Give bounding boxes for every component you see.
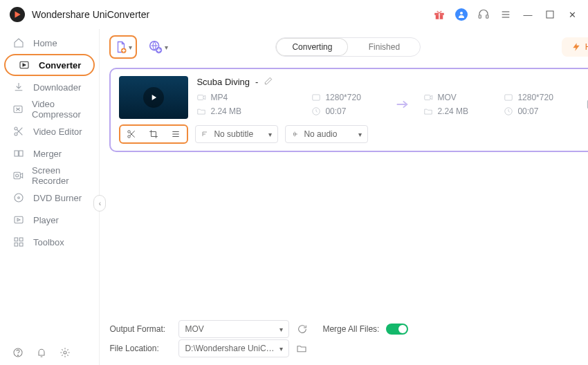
- sidebar-item-downloader[interactable]: Downloader: [0, 76, 99, 98]
- help-icon[interactable]: [12, 347, 24, 358]
- svg-rect-24: [19, 243, 23, 246]
- sidebar-item-label: Merger: [33, 149, 62, 159]
- chevron-down-icon: ▾: [165, 44, 168, 51]
- merge-label: Merge All Files:: [322, 324, 379, 334]
- src-format: MP4: [210, 93, 228, 102]
- chevron-down-icon: ▾: [268, 131, 272, 138]
- svg-rect-20: [15, 216, 23, 223]
- high-speed-button[interactable]: High Speed Conversion: [562, 37, 588, 57]
- chevron-down-icon: ▾: [129, 44, 132, 51]
- svg-rect-9: [546, 11, 553, 18]
- minimize-button[interactable]: —: [522, 8, 534, 21]
- app-logo: [10, 7, 25, 22]
- compress-icon: [12, 103, 24, 115]
- sidebar-item-label: Video Editor: [33, 127, 82, 137]
- sidebar-item-dvd[interactable]: DVD Burner: [0, 187, 99, 209]
- sidebar-item-home[interactable]: Home: [0, 32, 99, 54]
- svg-rect-16: [14, 172, 20, 178]
- subtitle-value: No subtitle: [214, 129, 253, 139]
- sidebar-item-label: Screen Recorder: [32, 165, 86, 186]
- bell-icon[interactable]: [36, 347, 47, 358]
- tgt-format: MOV: [437, 93, 456, 102]
- svg-point-26: [17, 355, 18, 355]
- sidebar-item-compressor[interactable]: Video Compressor: [0, 98, 99, 120]
- add-file-button[interactable]: ▾: [109, 35, 137, 59]
- src-res: 1280*720: [325, 93, 360, 102]
- svg-point-12: [15, 127, 17, 130]
- arrow-right-icon: [392, 97, 412, 112]
- clock-icon: [504, 106, 513, 116]
- subtitle-icon: [201, 130, 210, 138]
- src-size: 2.24 MB: [210, 106, 241, 116]
- video-icon: [423, 93, 433, 102]
- src-dur: 00:07: [325, 106, 346, 116]
- chevron-down-icon: ▾: [279, 345, 283, 353]
- open-folder-icon[interactable]: [296, 343, 307, 354]
- svg-point-17: [16, 174, 19, 177]
- file-name: Scuba Diving: [196, 77, 250, 87]
- svg-point-13: [15, 133, 17, 135]
- sidebar-item-merger[interactable]: Merger: [0, 142, 99, 165]
- chevron-down-icon: ▾: [358, 131, 362, 138]
- edit-name-icon[interactable]: [264, 76, 275, 87]
- svg-point-18: [15, 194, 23, 202]
- svg-rect-23: [15, 243, 18, 246]
- sidebar-item-label: Player: [33, 215, 59, 225]
- svg-rect-15: [19, 151, 23, 156]
- account-avatar[interactable]: [455, 8, 468, 21]
- play-overlay-icon: [143, 87, 164, 108]
- refresh-icon[interactable]: [296, 323, 309, 335]
- app-title: Wondershare UniConverter: [32, 9, 149, 20]
- sidebar-collapse-handle[interactable]: ‹: [93, 195, 106, 212]
- effects-icon[interactable]: [169, 127, 183, 141]
- tgt-res: 1280*720: [517, 93, 553, 102]
- tgt-dur: 00:07: [517, 106, 538, 116]
- output-format-select[interactable]: MOV ▾: [178, 320, 289, 338]
- folder-icon: [196, 106, 206, 116]
- sidebar-item-converter[interactable]: Converter: [4, 54, 95, 76]
- svg-rect-31: [198, 95, 203, 100]
- sidebar-item-toolbox[interactable]: Toolbox: [0, 231, 99, 253]
- sidebar-item-recorder[interactable]: Screen Recorder: [0, 165, 99, 187]
- file-location-label: File Location:: [109, 344, 172, 353]
- sidebar-item-player[interactable]: Player: [0, 209, 99, 231]
- resolution-icon: [311, 93, 321, 102]
- close-button[interactable]: ✕: [566, 8, 578, 21]
- trim-icon[interactable]: [125, 127, 138, 141]
- crop-icon[interactable]: [147, 127, 160, 141]
- output-settings-icon[interactable]: [584, 95, 588, 113]
- hamburger-icon[interactable]: [499, 8, 512, 21]
- headset-icon[interactable]: [477, 8, 490, 21]
- video-thumbnail[interactable]: [119, 76, 188, 119]
- add-url-button[interactable]: ▾: [144, 35, 172, 59]
- tab-finished[interactable]: Finished: [348, 38, 420, 56]
- file-location-value: D:\Wondershare UniConverter: [185, 344, 275, 353]
- file-name-dash: -: [255, 77, 258, 87]
- output-format-label: Output Format:: [109, 324, 172, 334]
- svg-point-19: [18, 197, 20, 199]
- converter-icon: [18, 59, 30, 71]
- bolt-icon: [571, 42, 581, 52]
- file-location-select[interactable]: D:\Wondershare UniConverter ▾: [178, 339, 289, 357]
- audio-icon: [291, 130, 300, 138]
- sidebar-item-label: Converter: [39, 60, 81, 71]
- folder-icon: [423, 106, 433, 116]
- audio-select[interactable]: No audio ▾: [285, 125, 368, 143]
- maximize-button[interactable]: [544, 8, 556, 21]
- audio-value: No audio: [304, 129, 337, 139]
- sidebar-item-editor[interactable]: Video Editor: [0, 120, 99, 142]
- svg-rect-2: [439, 13, 440, 19]
- svg-point-27: [64, 351, 66, 354]
- svg-rect-14: [15, 151, 18, 156]
- scissors-icon: [12, 125, 25, 138]
- gift-icon[interactable]: [433, 8, 445, 21]
- svg-rect-34: [425, 95, 430, 100]
- gear-icon[interactable]: [59, 347, 71, 358]
- merge-toggle[interactable]: [386, 324, 408, 335]
- chevron-down-icon: ▾: [279, 326, 283, 333]
- tab-converting[interactable]: Converting: [276, 38, 348, 56]
- file-card: ✕ Scuba Diving - MP4 2.24 MB: [109, 68, 588, 152]
- subtitle-select[interactable]: No subtitle ▾: [195, 125, 278, 143]
- svg-point-40: [128, 135, 131, 138]
- sidebar-item-label: Video Compressor: [32, 99, 86, 120]
